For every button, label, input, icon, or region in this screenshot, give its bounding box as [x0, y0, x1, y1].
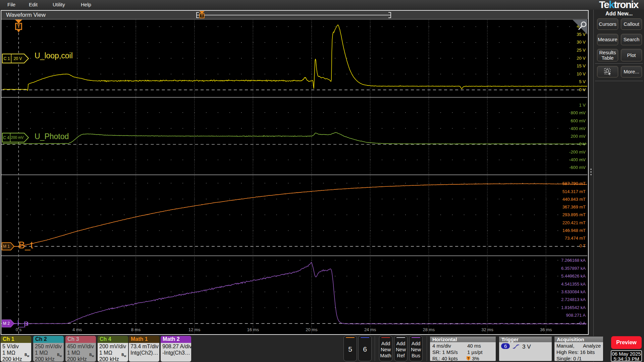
- svg-text:5 V: 5 V: [579, 79, 586, 84]
- svg-text:-600 mV: -600 mV: [569, 165, 586, 170]
- svg-text:800 mV: 800 mV: [571, 110, 586, 115]
- svg-text:4 ms: 4 ms: [72, 327, 82, 332]
- svg-text:2.724813 kA: 2.724813 kA: [561, 297, 586, 302]
- svg-text:20 ms: 20 ms: [306, 327, 318, 332]
- svg-text:25 V: 25 V: [577, 48, 586, 53]
- svg-text:908.271 A: 908.271 A: [566, 313, 586, 318]
- svg-text:7.266168 kA: 7.266168 kA: [561, 258, 586, 263]
- svg-text:1 V: 1 V: [579, 103, 586, 108]
- svg-text:293.895 mT: 293.895 mT: [562, 212, 586, 217]
- svg-text:U_loop,coil: U_loop,coil: [35, 51, 73, 60]
- svg-text:5.449626 kA: 5.449626 kA: [561, 274, 586, 279]
- svg-text:32 ms: 32 ms: [481, 327, 493, 332]
- svg-text:30 V: 30 V: [577, 40, 586, 45]
- svg-text:12 ms: 12 ms: [189, 327, 201, 332]
- svg-text:0 V: 0 V: [579, 141, 586, 146]
- svg-text:6.357897 kA: 6.357897 kA: [561, 266, 586, 271]
- svg-text:0 T: 0 T: [579, 243, 586, 248]
- svg-text:C 4: C 4: [3, 135, 9, 140]
- svg-text:T: T: [201, 14, 203, 18]
- svg-text:T: T: [468, 357, 470, 360]
- svg-text:514.317 mT: 514.317 mT: [562, 189, 586, 194]
- svg-text:400 mV: 400 mV: [571, 126, 586, 131]
- svg-text:1.816542 kA: 1.816542 kA: [561, 305, 586, 310]
- svg-text:73.474 mT: 73.474 mT: [565, 236, 586, 241]
- svg-text:-400 mV: -400 mV: [569, 157, 586, 162]
- svg-text:0 A: 0 A: [579, 321, 586, 326]
- svg-text:M 2: M 2: [3, 321, 10, 326]
- svg-text:367.369 mT: 367.369 mT: [562, 204, 586, 209]
- svg-text:U_Photod: U_Photod: [35, 132, 69, 141]
- svg-text:146.948 mT: 146.948 mT: [562, 228, 586, 233]
- svg-text:M 1: M 1: [3, 244, 10, 249]
- svg-text:440.843 mT: 440.843 mT: [562, 197, 586, 202]
- svg-text:600 mV: 600 mV: [571, 118, 586, 123]
- svg-text:28 ms: 28 ms: [423, 327, 435, 332]
- svg-text:-200 mV: -200 mV: [569, 149, 586, 155]
- svg-text:4.541355 kA: 4.541355 kA: [561, 282, 586, 287]
- svg-text:20 V: 20 V: [14, 56, 22, 61]
- svg-text:20 V: 20 V: [577, 56, 586, 61]
- svg-text:0 V: 0 V: [579, 87, 586, 92]
- svg-text:587.790 mT: 587.790 mT: [562, 181, 586, 186]
- svg-text:24 ms: 24 ms: [364, 327, 376, 332]
- svg-text:200 mV: 200 mV: [11, 135, 24, 139]
- svg-text:B_t: B_t: [18, 240, 33, 250]
- svg-text:10 V: 10 V: [577, 71, 586, 76]
- svg-text:8 ms: 8 ms: [131, 327, 141, 332]
- svg-text:15 V: 15 V: [577, 63, 586, 68]
- svg-text:16 ms: 16 ms: [247, 327, 259, 332]
- svg-text:35 V: 35 V: [577, 32, 586, 37]
- svg-text:36 ms: 36 ms: [540, 327, 552, 332]
- svg-text:200 mV: 200 mV: [571, 134, 586, 139]
- svg-text:C 1: C 1: [4, 56, 10, 61]
- svg-text:0 s: 0 s: [16, 327, 22, 332]
- svg-text:3.633084 kA: 3.633084 kA: [561, 289, 586, 294]
- svg-text:T: T: [17, 23, 20, 29]
- svg-text:220.421 mT: 220.421 mT: [562, 220, 586, 225]
